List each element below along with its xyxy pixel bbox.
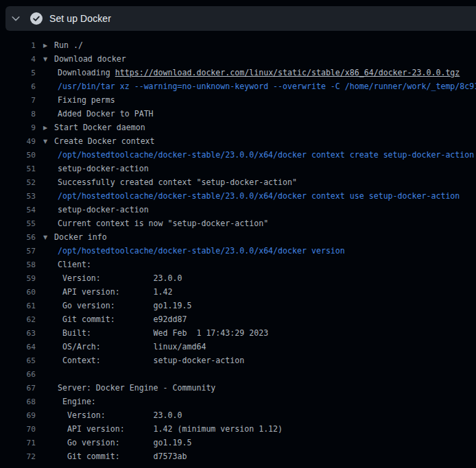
group-title[interactable]: Download docker xyxy=(54,54,126,64)
log-line: 63 Built: Wed Feb 1 17:43:29 2023 xyxy=(0,326,476,340)
log-text: Added Docker to PATH xyxy=(58,109,154,119)
line-number[interactable]: 52 xyxy=(5,178,36,187)
group-title[interactable]: Docker info xyxy=(54,232,107,242)
log-line: 50/opt/hostedtoolcache/docker-stable/23.… xyxy=(0,148,476,162)
log-line[interactable]: 56▼Docker info xyxy=(0,230,476,244)
log-text-segment: /opt/hostedtoolcache/docker-stable/23.0.… xyxy=(58,191,460,201)
log-text-segment: /opt/hostedtoolcache/docker-stable/23.0.… xyxy=(58,150,474,160)
log-text: Version: 23.0.0 xyxy=(58,410,182,420)
log-text-segment: Built: Wed Feb 1 17:43:29 2023 xyxy=(58,328,268,338)
log-link[interactable]: https://download.docker.com/linux/static… xyxy=(115,68,460,77)
log-line[interactable]: 9▶Start Docker daemon xyxy=(0,121,476,134)
line-number[interactable]: 66 xyxy=(5,370,36,379)
group-title[interactable]: Start Docker daemon xyxy=(54,123,145,132)
group-collapse-icon[interactable]: ▼ xyxy=(43,56,54,62)
log-text: Git commit: d7573ab xyxy=(58,452,187,461)
line-number[interactable]: 71 xyxy=(5,439,36,447)
line-number[interactable]: 7 xyxy=(5,96,36,105)
step-header[interactable]: Set up Docker xyxy=(5,6,476,31)
line-number[interactable]: 70 xyxy=(5,425,36,434)
group-title[interactable]: Run ./ xyxy=(54,40,83,50)
line-number[interactable]: 50 xyxy=(5,151,36,160)
log-line: 65 Context: setup-docker-action xyxy=(0,354,476,367)
log-text-segment: Added Docker to PATH xyxy=(58,109,154,119)
log-text: Engine: xyxy=(58,397,96,406)
line-number[interactable]: 56 xyxy=(5,233,36,242)
line-number[interactable]: 67 xyxy=(5,384,36,393)
line-number[interactable]: 72 xyxy=(5,452,36,461)
log-line: 7Fixing perms xyxy=(0,93,476,107)
log-text-segment: Successfully created context "setup-dock… xyxy=(58,177,297,187)
log-text-segment: Go version: go1.19.5 xyxy=(58,438,191,447)
line-number[interactable]: 63 xyxy=(5,329,36,338)
log-line: 68 Engine: xyxy=(0,395,476,408)
log-text: Downloading https://download.docker.com/… xyxy=(58,68,460,77)
line-number[interactable]: 54 xyxy=(5,206,36,214)
log-text-segment: Current context is now "setup-docker-act… xyxy=(58,219,268,228)
line-number[interactable]: 1 xyxy=(5,41,36,50)
log-text: Current context is now "setup-docker-act… xyxy=(58,219,268,228)
log-line: 5Downloading https://download.docker.com… xyxy=(0,66,476,79)
log-text-segment: Engine: xyxy=(58,397,96,406)
line-number[interactable]: 51 xyxy=(5,164,36,173)
group-collapse-icon[interactable]: ▼ xyxy=(43,234,54,241)
line-number[interactable]: 59 xyxy=(5,274,36,283)
log-line: 54setup-docker-action xyxy=(0,203,476,217)
log-line: 60 API version: 1.42 xyxy=(0,285,476,299)
line-number[interactable]: 62 xyxy=(5,315,36,324)
check-circle-icon xyxy=(30,12,43,25)
line-number[interactable]: 5 xyxy=(5,69,36,77)
log-text: /opt/hostedtoolcache/docker-stable/23.0.… xyxy=(58,191,460,201)
line-number[interactable]: 8 xyxy=(5,110,36,119)
group-expand-icon[interactable]: ▶ xyxy=(43,125,54,131)
log-text-segment: Server: Docker Engine - Community xyxy=(58,383,215,393)
line-number[interactable]: 69 xyxy=(5,411,36,420)
group-expand-icon[interactable]: ▶ xyxy=(43,42,54,49)
log-line[interactable]: 1▶Run ./ xyxy=(0,38,476,52)
line-number[interactable]: 4 xyxy=(5,55,36,64)
line-number[interactable]: 58 xyxy=(5,260,36,269)
log-text: OS/Arch: linux/amd64 xyxy=(58,342,206,352)
log-line: 52Successfully created context "setup-do… xyxy=(0,175,476,189)
line-number[interactable]: 61 xyxy=(5,301,36,310)
log-text: Context: setup-docker-action xyxy=(58,356,244,365)
line-number[interactable]: 64 xyxy=(5,343,36,352)
log-text-segment: API version: 1.42 (minimum version 1.12) xyxy=(58,424,283,434)
line-number[interactable]: 60 xyxy=(5,288,36,297)
log-line: 69 Version: 23.0.0 xyxy=(0,408,476,422)
chevron-down-icon[interactable] xyxy=(5,6,26,31)
log-text-segment: Git commit: e92dd87 xyxy=(58,315,187,324)
log-line: 70 API version: 1.42 (minimum version 1.… xyxy=(0,422,476,436)
log-line[interactable]: 4▼Download docker xyxy=(0,52,476,66)
line-number[interactable]: 9 xyxy=(5,123,36,132)
log-viewer: Set up Docker 1▶Run ./4▼Download docker5… xyxy=(0,0,476,468)
log-text: API version: 1.42 (minimum version 1.12) xyxy=(58,424,283,434)
log-line[interactable]: 49▼Create Docker context xyxy=(0,134,476,148)
line-number[interactable]: 57 xyxy=(5,247,36,256)
group-title[interactable]: Create Docker context xyxy=(54,136,155,146)
line-number[interactable]: 6 xyxy=(5,82,36,91)
log-line: 6/usr/bin/tar xz --warning=no-unknown-ke… xyxy=(0,79,476,93)
log-text-segment: Version: 23.0.0 xyxy=(58,273,182,283)
log-text: Built: Wed Feb 1 17:43:29 2023 xyxy=(58,328,268,338)
log-text-segment: Go version: go1.19.5 xyxy=(58,301,191,310)
step-title: Set up Docker xyxy=(49,13,111,24)
line-number[interactable]: 49 xyxy=(5,137,36,146)
log-text: /usr/bin/tar xz --warning=no-unknown-key… xyxy=(58,82,476,91)
log-line: 53/opt/hostedtoolcache/docker-stable/23.… xyxy=(0,189,476,203)
log-line: 59 Version: 23.0.0 xyxy=(0,271,476,285)
log-text-segment: Git commit: d7573ab xyxy=(58,452,187,461)
line-number[interactable]: 65 xyxy=(5,356,36,365)
log-line: 55Current context is now "setup-docker-a… xyxy=(0,217,476,230)
line-number[interactable]: 68 xyxy=(5,397,36,406)
log-line: 71 Go version: go1.19.5 xyxy=(0,436,476,449)
log-line: 57/opt/hostedtoolcache/docker-stable/23.… xyxy=(0,244,476,258)
line-number[interactable]: 55 xyxy=(5,219,36,228)
log-line: 66 xyxy=(0,367,476,381)
log-line: 64 OS/Arch: linux/amd64 xyxy=(0,340,476,354)
log-text-segment: setup-docker-action xyxy=(58,205,149,214)
line-number[interactable]: 53 xyxy=(5,192,36,201)
log-text: /opt/hostedtoolcache/docker-stable/23.0.… xyxy=(58,150,474,160)
log-text: /opt/hostedtoolcache/docker-stable/23.0.… xyxy=(58,246,345,256)
group-collapse-icon[interactable]: ▼ xyxy=(43,138,54,145)
